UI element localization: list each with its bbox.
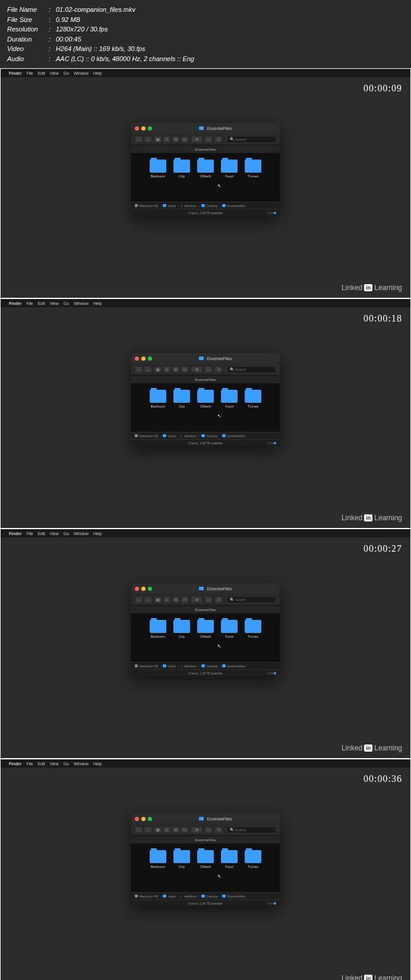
forward-button[interactable]: › <box>144 135 152 142</box>
menu-item[interactable]: View <box>50 301 59 306</box>
tab[interactable]: ExcersieFiles <box>189 836 222 842</box>
search-input[interactable]: 🔍 Search <box>227 826 276 833</box>
folder-item[interactable]: TLines <box>245 160 261 178</box>
arrange-button[interactable]: ⚙ <box>191 135 203 142</box>
menu-item[interactable]: Window <box>74 71 88 75</box>
folder-item[interactable]: TLines <box>245 850 261 868</box>
action-button[interactable]: ⋯ <box>204 596 213 603</box>
path-segment[interactable]: ExcersieFiles <box>227 664 245 667</box>
back-button[interactable]: ‹ <box>135 596 143 603</box>
menu-item[interactable]: Help <box>93 532 102 536</box>
menu-item[interactable]: View <box>50 71 59 75</box>
folder-item[interactable]: City <box>173 160 190 178</box>
path-segment[interactable]: Users <box>168 664 176 667</box>
titlebar[interactable]: ExcersieFiles <box>131 813 280 824</box>
path-segment[interactable]: alanthorn <box>184 434 197 437</box>
menu-item[interactable]: Window <box>74 301 88 306</box>
back-button[interactable]: ‹ <box>135 365 143 373</box>
close-button[interactable] <box>135 126 139 130</box>
app-name[interactable]: Finder <box>9 762 21 766</box>
view-list-button[interactable]: ≡ <box>163 826 171 833</box>
view-icon-button[interactable]: ▦ <box>154 826 162 833</box>
path-segment[interactable]: Macintosh HD <box>140 664 158 667</box>
view-column-button[interactable]: ⫼ <box>172 365 180 373</box>
maximize-button[interactable] <box>148 816 152 820</box>
forward-button[interactable]: › <box>144 365 152 373</box>
menu-item[interactable]: Help <box>93 301 102 306</box>
path-segment[interactable]: Macintosh HD <box>140 894 158 898</box>
folder-item[interactable]: Bedroom <box>150 850 166 868</box>
view-gallery-button[interactable]: ▭ <box>181 826 189 833</box>
path-segment[interactable]: ExcersieFiles <box>227 203 245 207</box>
menu-item[interactable]: Go <box>64 301 69 306</box>
menu-item[interactable]: Edit <box>38 71 45 75</box>
folder-item[interactable]: City <box>173 850 190 868</box>
folder-item[interactable]: TLines <box>245 620 261 638</box>
menu-item[interactable]: Go <box>64 532 69 536</box>
search-input[interactable]: 🔍 Search <box>227 596 276 603</box>
folder-item[interactable]: TLines <box>245 390 261 408</box>
view-list-button[interactable]: ≡ <box>163 365 171 373</box>
back-button[interactable]: ‹ <box>135 826 143 833</box>
folder-item[interactable]: CMach <box>197 160 214 178</box>
menu-item[interactable]: File <box>26 532 33 536</box>
view-list-button[interactable]: ≡ <box>163 596 171 603</box>
menu-item[interactable]: View <box>50 532 59 536</box>
minimize-button[interactable] <box>141 126 146 130</box>
menu-item[interactable]: Edit <box>38 301 45 306</box>
folder-item[interactable]: Food <box>221 620 238 638</box>
path-segment[interactable]: Users <box>168 434 176 437</box>
tab[interactable]: ExcersieFiles <box>189 146 222 152</box>
view-icon-button[interactable]: ▦ <box>154 135 162 142</box>
maximize-button[interactable] <box>148 586 152 590</box>
arrange-button[interactable]: ⚙ <box>191 596 203 603</box>
path-segment[interactable]: ExcersieFiles <box>227 434 245 437</box>
menu-item[interactable]: File <box>26 301 33 306</box>
maximize-button[interactable] <box>148 126 152 130</box>
action-button[interactable]: ⋯ <box>204 365 213 373</box>
view-gallery-button[interactable]: ▭ <box>181 365 189 373</box>
folder-item[interactable]: CMach <box>197 620 214 638</box>
folder-content[interactable]: Bedroom City CMach Food TLines ↖ <box>131 844 280 892</box>
folder-item[interactable]: City <box>173 620 190 638</box>
path-segment[interactable]: Desktop <box>207 894 217 898</box>
path-segment[interactable]: Users <box>168 894 176 898</box>
app-name[interactable]: Finder <box>9 71 21 75</box>
menu-item[interactable]: File <box>26 71 33 75</box>
folder-item[interactable]: Food <box>221 850 238 868</box>
path-segment[interactable]: alanthorn <box>184 664 197 667</box>
path-segment[interactable]: Users <box>168 203 176 207</box>
folder-content[interactable]: Bedroom City CMach Food TLines ↖ <box>131 154 280 202</box>
minimize-button[interactable] <box>141 816 146 820</box>
path-segment[interactable]: ExcersieFiles <box>227 894 245 898</box>
folder-content[interactable]: Bedroom City CMach Food TLines ↖ <box>131 614 280 662</box>
folder-item[interactable]: City <box>173 390 190 408</box>
folder-content[interactable]: Bedroom City CMach Food TLines ↖ <box>131 384 280 432</box>
menu-item[interactable]: Go <box>64 762 69 766</box>
minimize-button[interactable] <box>141 586 146 590</box>
path-segment[interactable]: alanthorn <box>184 203 197 207</box>
back-button[interactable]: ‹ <box>135 135 143 142</box>
folder-item[interactable]: CMach <box>197 850 214 868</box>
path-segment[interactable]: Macintosh HD <box>140 434 158 437</box>
tab[interactable]: ExcersieFiles <box>189 376 222 382</box>
menu-item[interactable]: Window <box>74 762 88 766</box>
menu-item[interactable]: Edit <box>38 762 45 766</box>
folder-item[interactable]: Food <box>221 390 238 408</box>
share-button[interactable]: ⇪ <box>214 826 223 833</box>
menu-item[interactable]: File <box>26 762 33 766</box>
forward-button[interactable]: › <box>144 596 152 603</box>
view-icon-button[interactable]: ▦ <box>154 365 162 373</box>
view-column-button[interactable]: ⫼ <box>172 596 180 603</box>
arrange-button[interactable]: ⚙ <box>191 826 203 833</box>
search-input[interactable]: 🔍 Search <box>227 365 276 373</box>
folder-item[interactable]: Food <box>221 160 238 178</box>
tab[interactable]: ExcersieFiles <box>189 606 222 612</box>
minimize-button[interactable] <box>141 356 146 360</box>
view-gallery-button[interactable]: ▭ <box>181 135 189 142</box>
view-column-button[interactable]: ⫼ <box>172 826 180 833</box>
path-segment[interactable]: alanthorn <box>184 894 197 898</box>
folder-item[interactable]: CMach <box>197 390 214 408</box>
path-segment[interactable]: Desktop <box>207 664 217 667</box>
app-name[interactable]: Finder <box>9 301 21 306</box>
